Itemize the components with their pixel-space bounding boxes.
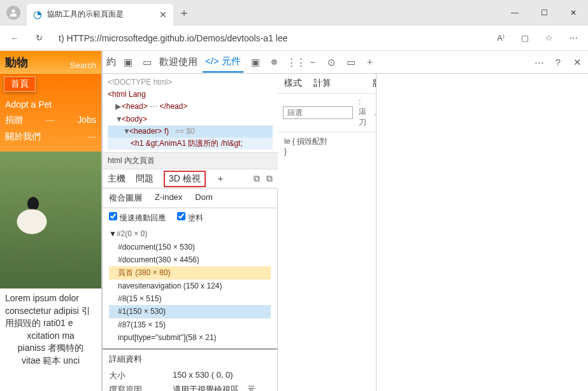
tab-title: 協助工具的示範頁面是: [47, 9, 154, 20]
back-button[interactable]: ←: [5, 29, 24, 48]
page-line: vitae 範本 unci: [5, 355, 96, 367]
close-devtools-icon[interactable]: ✕: [570, 57, 584, 68]
tab-3dview[interactable]: 3D 檢視: [164, 171, 206, 187]
window-titlebar: ◔ 協助工具的示範頁面是 ✕ ＋ ― ☐ ✕: [0, 0, 588, 25]
styles-sidebar: 樣式 計算 版面配置 ⌄ :滾刀 .cls ＋ ▿ ▣: [278, 74, 376, 391]
subtab-dom[interactable]: Dom: [195, 192, 212, 204]
close-tab-icon[interactable]: ✕: [159, 10, 167, 20]
memory-icon[interactable]: ⊙: [325, 57, 339, 68]
checkbox-paint[interactable]: 塗料: [177, 212, 203, 224]
tab-approx[interactable]: 約: [106, 56, 116, 68]
drawer-tabs: 主機 問題 3D 檢視 ＋ ⧉ ⧉: [103, 169, 278, 188]
bug-icon[interactable]: ✵: [268, 57, 282, 68]
person-icon: [8, 8, 18, 18]
read-aloud-icon[interactable]: A⁾: [491, 29, 510, 48]
checkbox-slow-scroll[interactable]: 慢速捲動回應: [109, 212, 166, 224]
page-nav: 首頁 Adopt a Pet 捐贈—Jobs 關於我們—: [0, 74, 101, 152]
svg-point-0: [11, 9, 15, 12]
maximize-button[interactable]: ☐: [529, 0, 559, 25]
network-icon[interactable]: ⋮⋮: [287, 57, 301, 68]
console-icon[interactable]: ▣: [248, 57, 262, 68]
elements-panel: <!DOCTYPE html> <html Lang ▶<head> ⋯ </h…: [103, 74, 376, 391]
profile-icon[interactable]: [6, 6, 20, 20]
performance-icon[interactable]: ~: [306, 57, 320, 68]
nav-item[interactable]: 捐贈: [5, 115, 23, 126]
nav-item[interactable]: 關於我們: [5, 131, 41, 143]
drawer-close-icon[interactable]: ⧉: [266, 173, 273, 184]
browser-tab[interactable]: ◔ 協助工具的示範頁面是 ✕: [27, 4, 173, 25]
address-bar[interactable]: t) HTTPs://microsoftedge.github.io/Demos…: [54, 33, 486, 43]
favorite-icon[interactable]: ☆: [540, 29, 559, 48]
devtools-pane: 約 ▣ ▭ 歡迎使用 </> 元件 ▣ ✵ ⋮⋮ ~ ⊙ ▭ ＋ ⋯ ? ✕ <…: [102, 51, 588, 391]
nav-item[interactable]: Adopt a Pet: [5, 99, 52, 110]
tab-styles[interactable]: 樣式: [284, 78, 302, 89]
more-icon[interactable]: ⋯: [564, 29, 583, 48]
new-tab-button[interactable]: ＋: [178, 5, 190, 20]
details-header: 詳細資料: [103, 348, 277, 369]
layer-tree[interactable]: ▼#2(0 × 0) #document(150 × 530) #documen…: [103, 227, 277, 348]
nav-item[interactable]: Jobs: [77, 115, 96, 126]
page-preview: 動物 Search 首頁 Adopt a Pet 捐贈—Jobs 關於我們— L…: [0, 51, 102, 391]
window-controls: ― ☐ ✕: [500, 0, 588, 25]
cls-toggle[interactable]: .cls: [372, 108, 376, 117]
application-icon[interactable]: ▭: [344, 57, 358, 68]
tab-welcome[interactable]: 歡迎使用: [159, 56, 197, 68]
nav-home[interactable]: 首頁: [4, 76, 36, 92]
page-paragraph: Lorem ipsum dolor consectetur adipisi 引用…: [5, 292, 96, 330]
devtools-main-tabs: 約 ▣ ▭ 歡迎使用 </> 元件 ▣ ✵ ⋮⋮ ~ ⊙ ▭ ＋ ⋯ ? ✕: [103, 51, 588, 74]
page-hero-image: [0, 152, 101, 288]
reader-icon[interactable]: ▢: [515, 29, 534, 48]
3d-view-panel: 複合圖層 Z-index Dom 慢速捲動回應 塗料 ▼#2(0 × 0): [103, 188, 278, 391]
tab-elements[interactable]: </> 元件: [203, 52, 243, 73]
browser-toolbar: ← ↻ t) HTTPs://microsoftedge.github.io/D…: [0, 25, 588, 51]
tab-computed[interactable]: 計算: [313, 78, 331, 89]
dock-icon[interactable]: ⧉: [254, 173, 260, 184]
tab-layout[interactable]: 版面配置: [373, 78, 376, 89]
subtab-layers[interactable]: 複合圖層: [109, 192, 142, 204]
more-tabs-icon[interactable]: ＋: [363, 56, 377, 68]
hov-toggle[interactable]: :滾刀: [357, 97, 368, 128]
device-icon[interactable]: ▭: [140, 57, 154, 68]
tab-issues[interactable]: 問題: [136, 173, 154, 185]
page-line: pianiss 者獨特的: [5, 342, 96, 355]
inspect-icon[interactable]: ▣: [121, 57, 135, 68]
styles-rules[interactable]: le { 損毀配對 }: [278, 132, 376, 160]
minimize-button[interactable]: ―: [500, 0, 529, 25]
breadcrumb[interactable]: html 內文頁首: [103, 152, 278, 169]
page-line: xcitation ma: [5, 330, 96, 343]
close-window-button[interactable]: ✕: [559, 0, 588, 25]
refresh-button[interactable]: ↻: [29, 29, 48, 48]
help-icon[interactable]: ?: [551, 57, 565, 68]
tab-console[interactable]: 主機: [108, 173, 125, 185]
edge-icon: ◔: [33, 8, 42, 20]
subtab-zindex[interactable]: Z-index: [155, 192, 182, 204]
search-label: Search: [70, 60, 96, 70]
add-drawer-tab[interactable]: ＋: [216, 173, 225, 185]
settings-dots-icon[interactable]: ⋯: [532, 57, 546, 68]
page-title: 動物: [5, 55, 28, 70]
styles-filter-input[interactable]: [283, 106, 353, 119]
dom-tree[interactable]: <!DOCTYPE html> <html Lang ▶<head> ⋯ </h…: [103, 74, 278, 152]
